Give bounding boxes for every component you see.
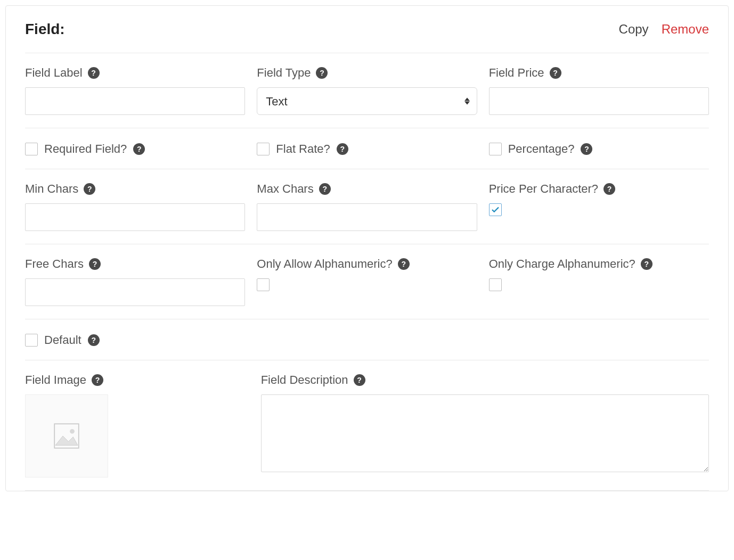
- help-icon[interactable]: ?: [133, 143, 145, 155]
- help-icon[interactable]: ?: [354, 374, 365, 386]
- label-text: Price Per Character?: [489, 182, 598, 196]
- help-icon[interactable]: ?: [398, 258, 410, 270]
- remove-button[interactable]: Remove: [662, 22, 709, 37]
- max-chars-label: Max Chars ?: [257, 182, 477, 196]
- label-text: Field Label: [25, 66, 83, 80]
- row-image-desc: Field Image ? Field Description ?: [25, 360, 709, 491]
- free-chars-label: Free Chars ?: [25, 257, 245, 271]
- field-description-label: Field Description ?: [261, 373, 709, 387]
- row-flags: Required Field? ? Flat Rate? ? Percentag…: [25, 128, 709, 169]
- label-text: Percentage?: [508, 142, 575, 156]
- field-image-upload[interactable]: [25, 394, 108, 477]
- col-field-type: Field Type ? Text: [257, 66, 477, 115]
- only-charge-alpha-checkbox[interactable]: [489, 278, 502, 291]
- help-icon[interactable]: ?: [641, 258, 653, 270]
- price-per-char-checkbox[interactable]: [489, 203, 502, 216]
- label-text: Flat Rate?: [276, 142, 330, 156]
- price-per-char-label: Price Per Character? ?: [489, 182, 709, 196]
- field-image-label: Field Image ?: [25, 373, 249, 387]
- help-icon[interactable]: ?: [319, 183, 331, 195]
- image-placeholder-icon: [52, 421, 81, 451]
- row-basic: Field Label ? Field Type ? Text Field Pr…: [25, 53, 709, 128]
- flat-rate-control: Flat Rate? ?: [257, 142, 477, 156]
- help-icon[interactable]: ?: [316, 67, 328, 79]
- help-icon[interactable]: ?: [92, 374, 103, 386]
- flat-rate-checkbox[interactable]: [257, 143, 270, 155]
- panel-header: Field: Copy Remove: [25, 21, 709, 53]
- col-only-allow-alpha: Only Allow Alphanumeric? ?: [257, 257, 477, 306]
- field-description-textarea[interactable]: [261, 394, 709, 472]
- help-icon[interactable]: ?: [89, 258, 101, 270]
- field-price-input[interactable]: [489, 87, 709, 115]
- field-label-label: Field Label ?: [25, 66, 245, 80]
- field-type-label: Field Type ?: [257, 66, 477, 80]
- col-default: Default ?: [25, 332, 709, 347]
- field-type-select-wrap: Text: [257, 87, 477, 115]
- col-free-chars: Free Chars ?: [25, 257, 245, 306]
- min-chars-input[interactable]: [25, 203, 245, 231]
- col-field-label: Field Label ?: [25, 66, 245, 115]
- help-icon[interactable]: ?: [88, 67, 100, 79]
- label-text: Required Field?: [44, 142, 127, 156]
- col-field-price: Field Price ?: [489, 66, 709, 115]
- required-field-checkbox[interactable]: [25, 143, 38, 155]
- copy-button[interactable]: Copy: [619, 22, 649, 37]
- max-chars-input[interactable]: [257, 203, 477, 231]
- free-chars-input[interactable]: [25, 278, 245, 306]
- percentage-checkbox[interactable]: [489, 143, 502, 155]
- row-alpha: Free Chars ? Only Allow Alphanumeric? ? …: [25, 244, 709, 319]
- label-text: Only Charge Alphanumeric?: [489, 257, 635, 271]
- only-charge-alpha-label: Only Charge Alphanumeric? ?: [489, 257, 709, 271]
- field-price-label: Field Price ?: [489, 66, 709, 80]
- row-chars: Min Chars ? Max Chars ? Price Per Charac…: [25, 169, 709, 244]
- col-percentage: Percentage? ?: [489, 141, 709, 156]
- label-text: Only Allow Alphanumeric?: [257, 257, 392, 271]
- label-text: Field Type: [257, 66, 311, 80]
- label-text: Field Price: [489, 66, 544, 80]
- field-label-input[interactable]: [25, 87, 245, 115]
- svg-point-1: [70, 429, 75, 434]
- required-field-control: Required Field? ?: [25, 142, 245, 156]
- col-required: Required Field? ?: [25, 141, 245, 156]
- panel-title: Field:: [25, 21, 65, 38]
- default-checkbox[interactable]: [25, 334, 38, 347]
- help-icon[interactable]: ?: [84, 183, 95, 195]
- col-field-description: Field Description ?: [261, 373, 709, 477]
- panel-actions: Copy Remove: [619, 22, 709, 37]
- label-text: Field Image: [25, 373, 86, 387]
- field-panel: Field: Copy Remove Field Label ? Field T…: [5, 5, 729, 491]
- label-text: Min Chars: [25, 182, 78, 196]
- default-control: Default ?: [25, 333, 709, 347]
- col-price-per-char: Price Per Character? ?: [489, 182, 709, 231]
- label-text: Field Description: [261, 373, 348, 387]
- col-min-chars: Min Chars ?: [25, 182, 245, 231]
- min-chars-label: Min Chars ?: [25, 182, 245, 196]
- label-text: Default: [44, 333, 81, 347]
- label-text: Free Chars: [25, 257, 84, 271]
- col-field-image: Field Image ?: [25, 373, 249, 477]
- field-type-select[interactable]: Text: [257, 87, 477, 115]
- col-flat-rate: Flat Rate? ?: [257, 141, 477, 156]
- only-allow-alpha-label: Only Allow Alphanumeric? ?: [257, 257, 477, 271]
- percentage-control: Percentage? ?: [489, 142, 709, 156]
- help-icon[interactable]: ?: [337, 143, 348, 155]
- label-text: Max Chars: [257, 182, 313, 196]
- help-icon[interactable]: ?: [550, 67, 561, 79]
- col-max-chars: Max Chars ?: [257, 182, 477, 231]
- help-icon[interactable]: ?: [88, 334, 100, 346]
- col-only-charge-alpha: Only Charge Alphanumeric? ?: [489, 257, 709, 306]
- only-allow-alpha-checkbox[interactable]: [257, 278, 270, 291]
- help-icon[interactable]: ?: [581, 143, 592, 155]
- help-icon[interactable]: ?: [603, 183, 615, 195]
- row-default: Default ?: [25, 319, 709, 360]
